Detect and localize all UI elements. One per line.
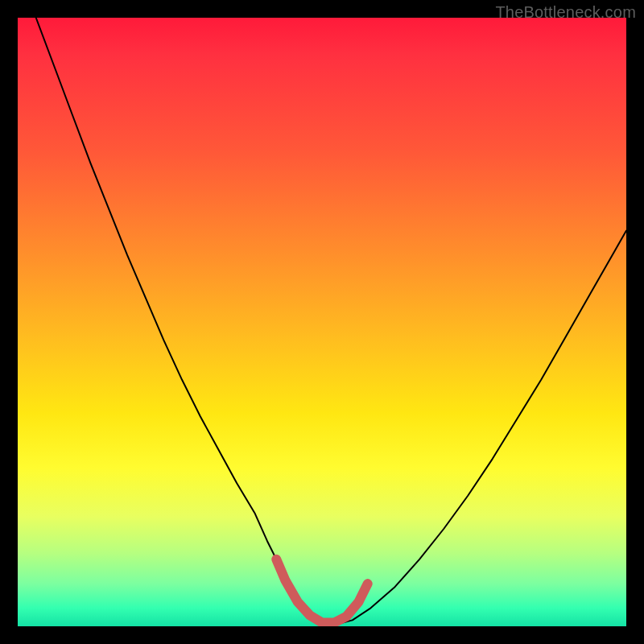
optimal-zone-highlight — [276, 559, 367, 623]
chart-frame: TheBottleneck.com — [0, 0, 644, 644]
bottleneck-curve — [36, 18, 626, 623]
chart-svg — [18, 18, 626, 626]
watermark-text: TheBottleneck.com — [495, 3, 636, 22]
chart-plot-area — [18, 18, 626, 626]
